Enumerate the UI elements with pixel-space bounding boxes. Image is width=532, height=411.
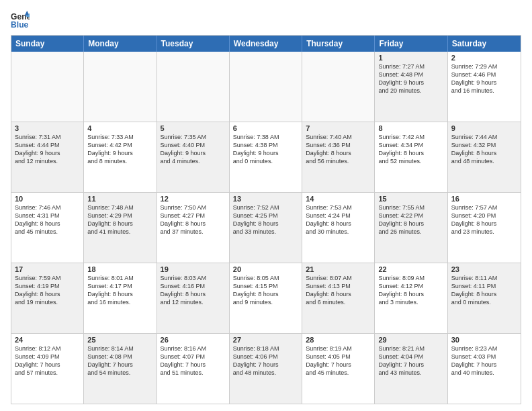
day-number: 12 bbox=[161, 195, 226, 203]
day-number: 3 bbox=[15, 124, 80, 132]
day-info: Sunrise: 8:16 AM Sunset: 4:07 PM Dayligh… bbox=[161, 345, 226, 377]
calendar-body: 1Sunrise: 7:27 AM Sunset: 4:48 PM Daylig… bbox=[11, 52, 521, 404]
day-number: 6 bbox=[233, 124, 298, 132]
cal-cell-13: 13Sunrise: 7:52 AM Sunset: 4:25 PM Dayli… bbox=[230, 193, 302, 263]
page-header: General Blue bbox=[11, 11, 521, 30]
day-info: Sunrise: 7:38 AM Sunset: 4:38 PM Dayligh… bbox=[233, 133, 298, 166]
day-info: Sunrise: 8:11 AM Sunset: 4:11 PM Dayligh… bbox=[451, 274, 517, 307]
day-number: 10 bbox=[15, 195, 80, 203]
day-number: 25 bbox=[87, 336, 152, 344]
day-number: 13 bbox=[233, 195, 298, 203]
day-number: 1 bbox=[378, 54, 443, 62]
cal-cell-4: 4Sunrise: 7:33 AM Sunset: 4:42 PM Daylig… bbox=[84, 122, 157, 192]
cal-cell-6: 6Sunrise: 7:38 AM Sunset: 4:38 PM Daylig… bbox=[230, 122, 302, 192]
cal-cell-empty-1 bbox=[84, 52, 157, 122]
day-number: 5 bbox=[161, 124, 226, 132]
cal-cell-28: 28Sunrise: 8:19 AM Sunset: 4:05 PM Dayli… bbox=[302, 334, 375, 404]
cal-cell-1: 1Sunrise: 7:27 AM Sunset: 4:48 PM Daylig… bbox=[375, 52, 447, 122]
day-number: 16 bbox=[451, 195, 517, 203]
day-info: Sunrise: 7:29 AM Sunset: 4:46 PM Dayligh… bbox=[451, 62, 517, 95]
cal-cell-15: 15Sunrise: 7:55 AM Sunset: 4:22 PM Dayli… bbox=[375, 193, 447, 263]
day-info: Sunrise: 8:03 AM Sunset: 4:16 PM Dayligh… bbox=[161, 274, 226, 307]
day-info: Sunrise: 7:33 AM Sunset: 4:42 PM Dayligh… bbox=[87, 133, 152, 166]
weekday-header-tuesday: Tuesday bbox=[157, 36, 230, 52]
weekday-header-saturday: Saturday bbox=[448, 36, 521, 52]
cal-cell-empty-3 bbox=[230, 52, 302, 122]
day-number: 23 bbox=[451, 265, 517, 273]
day-info: Sunrise: 7:31 AM Sunset: 4:44 PM Dayligh… bbox=[15, 133, 80, 166]
cal-cell-3: 3Sunrise: 7:31 AM Sunset: 4:44 PM Daylig… bbox=[11, 122, 84, 192]
logo-icon: General Blue bbox=[11, 11, 30, 30]
cal-cell-empty-0 bbox=[11, 52, 84, 122]
day-info: Sunrise: 7:57 AM Sunset: 4:20 PM Dayligh… bbox=[451, 203, 517, 236]
day-info: Sunrise: 7:53 AM Sunset: 4:24 PM Dayligh… bbox=[306, 203, 371, 236]
cal-cell-5: 5Sunrise: 7:35 AM Sunset: 4:40 PM Daylig… bbox=[157, 122, 230, 192]
day-number: 29 bbox=[378, 336, 443, 344]
calendar-header: SundayMondayTuesdayWednesdayThursdayFrid… bbox=[11, 36, 521, 52]
day-number: 4 bbox=[87, 124, 152, 132]
day-number: 7 bbox=[306, 124, 371, 132]
cal-cell-27: 27Sunrise: 8:18 AM Sunset: 4:06 PM Dayli… bbox=[230, 334, 302, 404]
cal-cell-22: 22Sunrise: 8:09 AM Sunset: 4:12 PM Dayli… bbox=[375, 263, 447, 333]
day-info: Sunrise: 8:07 AM Sunset: 4:13 PM Dayligh… bbox=[306, 274, 371, 307]
weekday-header-sunday: Sunday bbox=[11, 36, 84, 52]
day-info: Sunrise: 8:23 AM Sunset: 4:03 PM Dayligh… bbox=[451, 345, 517, 377]
day-info: Sunrise: 8:09 AM Sunset: 4:12 PM Dayligh… bbox=[378, 274, 443, 307]
calendar-row-1: 1Sunrise: 7:27 AM Sunset: 4:48 PM Daylig… bbox=[11, 52, 521, 122]
day-info: Sunrise: 8:01 AM Sunset: 4:17 PM Dayligh… bbox=[87, 274, 152, 307]
day-number: 2 bbox=[451, 54, 517, 62]
cal-cell-21: 21Sunrise: 8:07 AM Sunset: 4:13 PM Dayli… bbox=[302, 263, 375, 333]
weekday-header-thursday: Thursday bbox=[302, 36, 375, 52]
day-number: 30 bbox=[451, 336, 517, 344]
day-number: 17 bbox=[15, 265, 80, 273]
calendar-row-4: 17Sunrise: 7:59 AM Sunset: 4:19 PM Dayli… bbox=[11, 263, 521, 333]
day-info: Sunrise: 7:40 AM Sunset: 4:36 PM Dayligh… bbox=[306, 133, 371, 166]
cal-cell-7: 7Sunrise: 7:40 AM Sunset: 4:36 PM Daylig… bbox=[302, 122, 375, 192]
day-info: Sunrise: 8:05 AM Sunset: 4:15 PM Dayligh… bbox=[233, 274, 298, 307]
cal-cell-29: 29Sunrise: 8:21 AM Sunset: 4:04 PM Dayli… bbox=[375, 334, 447, 404]
day-info: Sunrise: 7:59 AM Sunset: 4:19 PM Dayligh… bbox=[15, 274, 80, 307]
day-info: Sunrise: 7:44 AM Sunset: 4:32 PM Dayligh… bbox=[451, 133, 517, 166]
day-number: 28 bbox=[306, 336, 371, 344]
cal-cell-20: 20Sunrise: 8:05 AM Sunset: 4:15 PM Dayli… bbox=[230, 263, 302, 333]
cal-cell-30: 30Sunrise: 8:23 AM Sunset: 4:03 PM Dayli… bbox=[448, 334, 521, 404]
calendar-row-3: 10Sunrise: 7:46 AM Sunset: 4:31 PM Dayli… bbox=[11, 192, 521, 263]
calendar: SundayMondayTuesdayWednesdayThursdayFrid… bbox=[11, 35, 521, 404]
cal-cell-25: 25Sunrise: 8:14 AM Sunset: 4:08 PM Dayli… bbox=[84, 334, 157, 404]
calendar-row-2: 3Sunrise: 7:31 AM Sunset: 4:44 PM Daylig… bbox=[11, 122, 521, 192]
day-info: Sunrise: 7:48 AM Sunset: 4:29 PM Dayligh… bbox=[87, 203, 152, 236]
cal-cell-11: 11Sunrise: 7:48 AM Sunset: 4:29 PM Dayli… bbox=[84, 193, 157, 263]
day-info: Sunrise: 8:21 AM Sunset: 4:04 PM Dayligh… bbox=[378, 345, 443, 377]
weekday-header-wednesday: Wednesday bbox=[230, 36, 302, 52]
day-info: Sunrise: 8:12 AM Sunset: 4:09 PM Dayligh… bbox=[15, 345, 80, 377]
day-info: Sunrise: 7:52 AM Sunset: 4:25 PM Dayligh… bbox=[233, 203, 298, 236]
cal-cell-23: 23Sunrise: 8:11 AM Sunset: 4:11 PM Dayli… bbox=[448, 263, 521, 333]
cal-cell-18: 18Sunrise: 8:01 AM Sunset: 4:17 PM Dayli… bbox=[84, 263, 157, 333]
day-number: 14 bbox=[306, 195, 371, 203]
day-number: 8 bbox=[378, 124, 443, 132]
day-number: 15 bbox=[378, 195, 443, 203]
cal-cell-17: 17Sunrise: 7:59 AM Sunset: 4:19 PM Dayli… bbox=[11, 263, 84, 333]
weekday-header-friday: Friday bbox=[375, 36, 447, 52]
cal-cell-26: 26Sunrise: 8:16 AM Sunset: 4:07 PM Dayli… bbox=[157, 334, 230, 404]
day-number: 22 bbox=[378, 265, 443, 273]
day-number: 19 bbox=[161, 265, 226, 273]
day-info: Sunrise: 7:46 AM Sunset: 4:31 PM Dayligh… bbox=[15, 203, 80, 236]
cal-cell-empty-2 bbox=[157, 52, 230, 122]
day-number: 11 bbox=[87, 195, 152, 203]
calendar-row-5: 24Sunrise: 8:12 AM Sunset: 4:09 PM Dayli… bbox=[11, 333, 521, 404]
cal-cell-9: 9Sunrise: 7:44 AM Sunset: 4:32 PM Daylig… bbox=[448, 122, 521, 192]
day-number: 24 bbox=[15, 336, 80, 344]
day-info: Sunrise: 7:55 AM Sunset: 4:22 PM Dayligh… bbox=[378, 203, 443, 236]
day-info: Sunrise: 7:35 AM Sunset: 4:40 PM Dayligh… bbox=[161, 133, 226, 166]
day-number: 20 bbox=[233, 265, 298, 273]
logo: General Blue bbox=[11, 11, 32, 30]
svg-text:Blue: Blue bbox=[11, 20, 29, 30]
day-number: 27 bbox=[233, 336, 298, 344]
day-number: 9 bbox=[451, 124, 517, 132]
cal-cell-19: 19Sunrise: 8:03 AM Sunset: 4:16 PM Dayli… bbox=[157, 263, 230, 333]
cal-cell-10: 10Sunrise: 7:46 AM Sunset: 4:31 PM Dayli… bbox=[11, 193, 84, 263]
cal-cell-16: 16Sunrise: 7:57 AM Sunset: 4:20 PM Dayli… bbox=[448, 193, 521, 263]
day-info: Sunrise: 7:50 AM Sunset: 4:27 PM Dayligh… bbox=[161, 203, 226, 236]
cal-cell-24: 24Sunrise: 8:12 AM Sunset: 4:09 PM Dayli… bbox=[11, 334, 84, 404]
